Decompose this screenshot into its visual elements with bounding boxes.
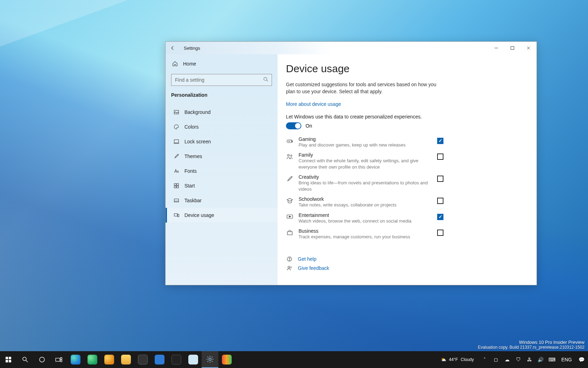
svg-rect-30 [9, 357, 11, 359]
device-usage-icon [173, 212, 180, 218]
search-input[interactable] [175, 77, 263, 83]
home-button[interactable]: Home [166, 57, 278, 70]
search-button[interactable] [17, 351, 34, 368]
search-icon [263, 77, 268, 83]
sidebar-item-fonts[interactable]: Fonts [166, 164, 278, 178]
svg-rect-6 [174, 110, 178, 114]
taskbar-icon [173, 197, 180, 204]
help-icon [286, 256, 293, 262]
tray-notifications-icon[interactable]: 💬 [578, 357, 585, 362]
close-button[interactable] [520, 42, 537, 54]
section-label: Personalization [166, 90, 278, 101]
svg-rect-10 [177, 184, 178, 185]
font-icon [173, 168, 180, 174]
svg-rect-15 [174, 214, 177, 216]
option-family-checkbox[interactable] [437, 154, 443, 160]
tray-volume-icon[interactable]: 🔊 [537, 357, 545, 362]
option-creativity-checkbox[interactable] [437, 176, 443, 182]
gaming-icon [286, 137, 294, 145]
option-entertainment[interactable]: EntertainmentWatch videos, browse the we… [286, 212, 443, 225]
option-gaming[interactable]: GamingPlay and discover games, keep up w… [286, 136, 443, 149]
option-gaming-checkbox[interactable] [437, 138, 443, 144]
sidebar-item-lockscreen[interactable]: Lock screen [166, 134, 278, 149]
svg-point-21 [292, 141, 292, 142]
tray-language[interactable]: ENG [559, 357, 574, 362]
option-family[interactable]: FamilyConnect with the whole family, edi… [286, 151, 443, 171]
svg-rect-32 [9, 360, 11, 362]
back-button[interactable] [166, 45, 180, 51]
home-label: Home [183, 61, 196, 67]
option-schoolwork-checkbox[interactable] [437, 198, 443, 204]
desktop-wallpaper: Settings Home [0, 0, 588, 368]
svg-point-4 [264, 77, 267, 81]
svg-point-20 [291, 141, 292, 141]
settings-window: Settings Home [165, 41, 537, 285]
sidebar-item-start[interactable]: Start [166, 178, 278, 193]
desktop-watermark: Windows 10 Pro Insider Preview Evaluatio… [478, 340, 584, 350]
titlebar: Settings [166, 42, 537, 54]
taskbar-app-edge[interactable] [67, 351, 84, 368]
svg-rect-29 [6, 357, 8, 359]
taskbar-app-terminal[interactable] [168, 351, 185, 368]
taskbar-app-mail[interactable] [151, 351, 168, 368]
svg-rect-13 [174, 199, 178, 202]
sidebar-item-taskbar[interactable]: Taskbar [166, 193, 278, 208]
option-creativity[interactable]: CreativityBring ideas to life—from novel… [286, 173, 443, 193]
svg-rect-37 [61, 357, 62, 359]
more-link[interactable]: More about device usage [286, 101, 341, 107]
window-controls [488, 42, 537, 54]
svg-rect-12 [177, 186, 178, 188]
creativity-icon [286, 175, 294, 183]
taskview-button[interactable] [50, 351, 67, 368]
svg-rect-31 [6, 360, 8, 362]
main-content: Device usage Get customized suggestions … [278, 54, 537, 285]
image-icon [173, 109, 180, 115]
sidebar-item-device-usage[interactable]: Device usage [166, 208, 278, 223]
option-entertainment-checkbox[interactable] [437, 214, 443, 220]
svg-point-23 [290, 155, 292, 156]
personalize-toggle[interactable] [286, 122, 301, 129]
svg-line-34 [26, 360, 28, 362]
schoolwork-icon [286, 197, 294, 205]
sidebar-item-themes[interactable]: Themes [166, 149, 278, 164]
search-box[interactable] [171, 74, 272, 86]
weather-widget[interactable]: ⛅ 44°F Cloudy [438, 357, 477, 362]
taskbar: ⛅ 44°F Cloudy ˄ ◻ ☁ ⛉ 🖧 🔊 ⌨ ENG 💬 [0, 351, 588, 368]
tray-security-icon[interactable]: ⛉ [514, 357, 522, 362]
tray-onedrive-icon[interactable]: ☁ [503, 357, 511, 362]
option-business-checkbox[interactable] [437, 230, 443, 236]
sidebar-item-colors[interactable]: Colors [166, 120, 278, 134]
taskbar-app-settings[interactable] [202, 351, 218, 368]
family-icon [286, 153, 294, 161]
sidebar-item-label: Device usage [184, 212, 214, 218]
svg-rect-25 [287, 232, 292, 235]
tray-network-icon[interactable]: 🖧 [526, 357, 533, 362]
svg-rect-11 [174, 186, 176, 188]
tray-chevron-icon[interactable]: ˄ [481, 357, 489, 362]
minimize-button[interactable] [488, 42, 504, 54]
sidebar: Home Personalization Background [166, 54, 278, 285]
taskbar-app-notepad[interactable] [185, 351, 202, 368]
taskbar-app-explorer[interactable] [118, 351, 134, 368]
business-icon [286, 229, 294, 237]
sidebar-item-label: Taskbar [184, 198, 202, 203]
taskbar-app-store[interactable] [134, 351, 151, 368]
tray-keyboard-icon[interactable]: ⌨ [548, 357, 556, 362]
tray-meet-icon[interactable]: ◻ [492, 357, 500, 362]
taskbar-app-edge-canary[interactable] [101, 351, 118, 368]
svg-rect-1 [511, 47, 514, 50]
cortana-button[interactable] [34, 351, 50, 368]
taskbar-app-other[interactable] [218, 351, 235, 368]
give-feedback-link[interactable]: Give feedback [298, 265, 329, 271]
home-icon [172, 61, 178, 67]
sidebar-item-background[interactable]: Background [166, 105, 278, 120]
page-title: Device usage [286, 63, 527, 75]
maximize-button[interactable] [504, 42, 520, 54]
get-help-link[interactable]: Get help [298, 256, 316, 262]
start-button[interactable] [0, 351, 17, 368]
option-business[interactable]: BusinessTrack expenses, manage customers… [286, 227, 443, 241]
sidebar-item-label: Background [184, 109, 211, 115]
svg-rect-38 [61, 360, 62, 362]
option-schoolwork[interactable]: SchoolworkTake notes, write essays, coll… [286, 196, 443, 209]
taskbar-app-edge-dev[interactable] [84, 351, 101, 368]
